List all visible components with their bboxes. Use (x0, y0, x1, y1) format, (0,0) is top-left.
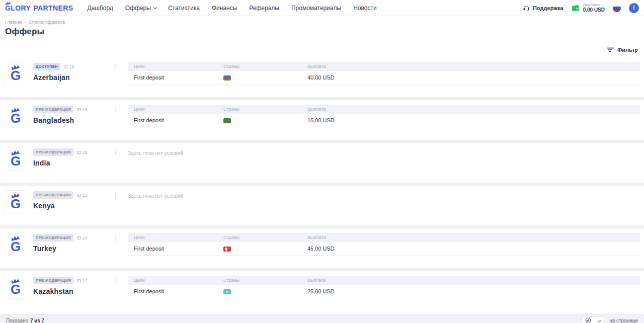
offer-logo: G (4, 276, 27, 299)
offer-id: ID 12 (76, 278, 88, 283)
kebab-menu-icon[interactable]: ⋮ (113, 149, 119, 155)
main-nav: Дашборд Офферы Статистика Финансы Рефера… (87, 5, 376, 12)
offer-name[interactable]: Turkey (33, 245, 113, 253)
column-header-goals: Цели (128, 107, 217, 112)
column-header-countries: Страны (217, 107, 301, 112)
conditions-table-header: Цели Страны Выплата (128, 62, 640, 71)
offer-id: ID 16 (76, 150, 88, 155)
list-footer: Показано 7 из 7 50 на странице (0, 314, 644, 323)
conditions-table-header: Цели Страны Выплата (128, 276, 640, 285)
offer-logo: G (4, 233, 27, 256)
column-header-payout: Выплата (301, 107, 640, 112)
conditions-table: Цели Страны Выплата First deposit 40,00 … (128, 62, 640, 85)
logo-letter: G (11, 283, 21, 296)
balance-label: Доступно (583, 3, 605, 7)
status-badge: ПРЕ-МОДЕРАЦИЯ (33, 106, 73, 113)
country-cell (217, 116, 301, 125)
conditions-table: Цели Страны Выплата First deposit 45,00 … (128, 233, 640, 256)
kebab-menu-icon[interactable]: ⋮ (113, 192, 119, 198)
logo-text-glory: GLORY (5, 4, 31, 12)
nav-item-offers-label: Офферы (125, 5, 151, 12)
per-page-value: 50 (585, 318, 591, 323)
logo-letter: G (11, 112, 21, 125)
offer-name[interactable]: Bangladesh (33, 116, 113, 124)
support-label: Поддержка (533, 5, 564, 11)
offer-id: ID 14 (76, 235, 88, 240)
conditions-table-header: Цели Страны Выплата (128, 105, 640, 114)
shown-counter: Показано 7 из 7 (6, 318, 44, 323)
nav-item-promo-materials[interactable]: Промоматериалы (291, 5, 341, 12)
nav-item-referrals[interactable]: Рефералы (249, 5, 279, 12)
offers-list: G ДОСТУПЕН ID 19 Azerbaijan ⋮ Цели Стран… (0, 57, 644, 311)
shown-value: 7 из 7 (30, 318, 44, 323)
page-title: Офферы (0, 25, 644, 42)
column-header-goals: Цели (128, 64, 217, 69)
offer-card-turkey: G ПРЕ-МОДЕРАЦИЯ ID 14 Turkey ⋮ Цели Стра… (0, 228, 644, 268)
column-header-payout: Выплата (301, 64, 640, 69)
kebab-menu-icon[interactable]: ⋮ (113, 107, 119, 113)
balance-value: 0,00 USD (583, 7, 605, 13)
kebab-menu-icon[interactable]: ⋮ (113, 278, 119, 284)
offer-logo: G (4, 62, 27, 85)
goal-cell: First deposit (128, 117, 217, 123)
country-flag (223, 75, 231, 80)
payout-cell: 25,00 USD (301, 288, 640, 294)
logo-letter: G (11, 69, 21, 82)
offer-name[interactable]: Kenya (33, 202, 113, 210)
language-flag-russian[interactable] (613, 4, 621, 12)
breadcrumb-home[interactable]: Главная (5, 20, 22, 25)
offer-id: ID 15 (76, 193, 88, 198)
payout-cell: 45,00 USD (301, 246, 640, 252)
column-header-countries: Страны (217, 64, 301, 69)
country-cell (217, 73, 301, 82)
logo-letter: G (11, 197, 21, 210)
offer-name[interactable]: Kazakhstan (33, 287, 113, 295)
per-page-select[interactable]: 50 (581, 316, 604, 323)
column-header-goals: Цели (128, 278, 217, 283)
offer-card-bangladesh: G ПРЕ-МОДЕРАЦИЯ ID 18 Bangladesh ⋮ Цели … (0, 100, 644, 140)
offer-card-azerbaijan: G ДОСТУПЕН ID 19 Azerbaijan ⋮ Цели Стран… (0, 57, 644, 97)
shown-label: Показано (6, 318, 28, 323)
offer-card-india: G ПРЕ-МОДЕРАЦИЯ ID 16 India ⋮ Здесь пока… (0, 143, 644, 183)
nav-item-news[interactable]: Новости (353, 5, 376, 12)
logo-letter: G (11, 240, 21, 253)
breadcrumb-current: Список офферов (29, 20, 65, 25)
country-flag (223, 289, 231, 294)
country-cell (217, 287, 301, 296)
glory-partners-logo[interactable]: GLORY PARTNERS (5, 4, 73, 12)
offer-name[interactable]: India (33, 159, 113, 167)
kebab-menu-icon[interactable]: ⋮ (113, 235, 119, 241)
logo-letter: G (11, 154, 21, 168)
column-header-countries: Страны (217, 278, 301, 283)
filter-icon (607, 47, 614, 52)
support-button[interactable]: Поддержка (523, 5, 564, 11)
nav-item-offers[interactable]: Офферы (125, 5, 156, 12)
payout-cell: 15,00 USD (301, 117, 640, 123)
nav-item-dashboard[interactable]: Дашборд (87, 5, 113, 12)
balance-widget[interactable]: Доступно 0,00 USD (572, 3, 605, 13)
goal-cell: First deposit (128, 288, 217, 294)
column-header-countries: Страны (217, 235, 301, 240)
condition-row: First deposit 25,00 USD (128, 285, 640, 298)
condition-row: First deposit 15,00 USD (128, 114, 640, 127)
nav-item-statistics[interactable]: Статистика (168, 5, 200, 12)
offer-name[interactable]: Azerbaijan (33, 73, 113, 82)
filter-button[interactable]: Фильтр (607, 47, 638, 53)
conditions-table-header: Цели Страны Выплата (128, 233, 640, 242)
kebab-menu-icon[interactable]: ⋮ (113, 64, 119, 70)
filter-label: Фильтр (617, 47, 638, 53)
conditions-table: Цели Страны Выплата First deposit 25,00 … (128, 276, 640, 298)
offer-card-kenya: G ПРЕ-МОДЕРАЦИЯ ID 15 Kenya ⋮ Здесь пока… (0, 186, 644, 225)
chevron-down-icon (153, 6, 157, 9)
payout-cell: 40,00 USD (301, 74, 640, 80)
no-conditions-note: Здесь пока нет условий. (128, 190, 640, 199)
nav-item-finances[interactable]: Финансы (212, 5, 237, 12)
logo-text-partners: PARTNERS (33, 4, 73, 12)
conditions-table: Цели Страны Выплата First deposit 15,00 … (128, 105, 640, 127)
no-conditions-note: Здесь пока нет условий. (128, 147, 640, 156)
condition-row: First deposit 40,00 USD (128, 71, 640, 85)
country-flag (223, 247, 231, 252)
per-page-label: на странице (609, 318, 638, 323)
status-badge: ДОСТУПЕН (33, 63, 60, 70)
user-avatar[interactable]: I (629, 3, 639, 13)
